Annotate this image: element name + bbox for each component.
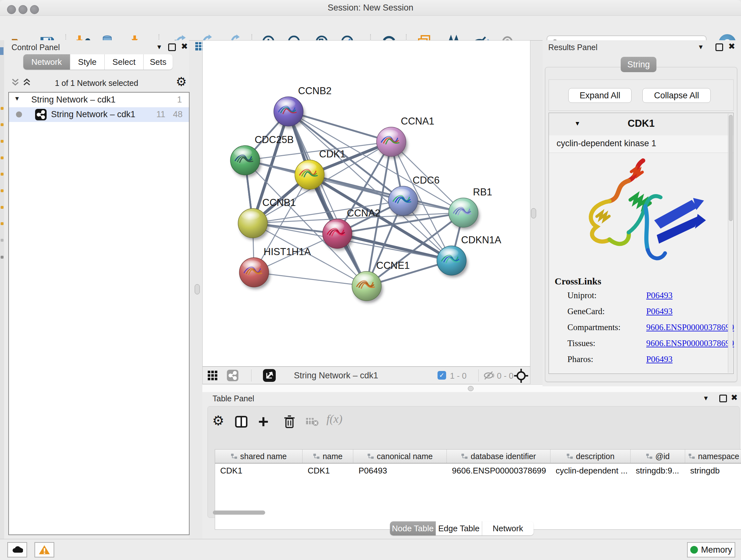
column-header-database-identifier[interactable]: database identifier: [447, 449, 550, 463]
table-cell[interactable]: CDK1: [302, 463, 353, 478]
node-label-ccnb2: CCNB2: [298, 85, 332, 97]
column-header-name[interactable]: name: [302, 449, 353, 463]
network-options-gear-icon[interactable]: ⚙: [176, 75, 187, 89]
control-panel-float-icon[interactable]: [168, 44, 176, 51]
table-cell[interactable]: P06493: [353, 463, 447, 478]
tab-sets[interactable]: Sets: [144, 54, 173, 70]
crosslink-label: Pharos:: [567, 354, 593, 364]
results-scrollbar[interactable]: [728, 114, 733, 373]
gene-header[interactable]: ▼ CDK1: [549, 113, 733, 136]
crosslink-link[interactable]: P06493: [646, 291, 673, 300]
tab-network[interactable]: Network: [23, 54, 70, 70]
tab-edge-table[interactable]: Edge Table: [435, 521, 482, 536]
results-panel-float-icon[interactable]: [716, 44, 723, 51]
tab-style[interactable]: Style: [70, 54, 105, 70]
control-panel: Control Panel ▼ ✖ Network Style Select S…: [4, 40, 189, 539]
attribute-icon: [231, 453, 238, 459]
add-column-icon[interactable]: +: [258, 411, 269, 432]
delete-column-icon[interactable]: [283, 415, 296, 430]
network-row-selected[interactable]: String Network – cdk1 11 48: [9, 107, 189, 122]
function-builder-icon[interactable]: f(x): [327, 412, 342, 426]
edge-ccna2-cdkn1a[interactable]: [337, 234, 452, 260]
table-cell[interactable]: stringdb:9...: [630, 463, 685, 478]
status-bar: Memory: [0, 539, 741, 560]
table-cell[interactable]: cyclin-dependent ...: [550, 463, 630, 478]
delete-table-icon[interactable]: [306, 417, 319, 428]
node-label-cdkn1a: CDKN1A: [461, 234, 501, 246]
memory-button[interactable]: Memory: [687, 542, 735, 557]
network-status-dot: [16, 111, 22, 118]
table-panel-menu-icon[interactable]: ▼: [703, 395, 709, 402]
tab-network-table[interactable]: Network Table: [482, 521, 534, 536]
results-panel-close-icon[interactable]: ✖: [728, 42, 735, 51]
table-cell[interactable]: CDK1: [215, 463, 302, 478]
node-cdkn1a[interactable]: CDKN1A: [437, 234, 501, 277]
column-header-namespace[interactable]: namespace: [685, 449, 741, 463]
bottom-splitter-handle[interactable]: [468, 386, 474, 391]
node-table: shared namenamecanonical namedatabase id…: [215, 449, 741, 530]
birds-eye-toggle-icon[interactable]: [263, 369, 276, 382]
tab-string[interactable]: String: [621, 57, 657, 72]
cloud-status-button[interactable]: [7, 542, 27, 557]
crosslink-link[interactable]: 9606.ENSP00000378699: [646, 338, 734, 348]
cloud-icon: [11, 546, 23, 554]
warning-status-button[interactable]: [35, 542, 54, 557]
table-cell[interactable]: stringdb: [685, 463, 741, 478]
table-gear-icon[interactable]: ⚙: [212, 413, 224, 428]
tab-node-table[interactable]: Node Table: [390, 521, 435, 536]
expand-all-button[interactable]: Expand All: [568, 88, 631, 103]
crosslink-link[interactable]: P06493: [646, 307, 673, 316]
left-splitter-handle[interactable]: [195, 284, 200, 294]
table-panel: Table Panel ▼ ✖ ⚙ + f(x) shared namename…: [202, 392, 741, 539]
edge-ccne1-hist1h1a[interactable]: [254, 272, 367, 286]
column-header--id[interactable]: @id: [630, 449, 685, 463]
edge-ccnb2-ccne1[interactable]: [288, 111, 367, 286]
grid-mode-icon[interactable]: [208, 371, 218, 382]
node-ccnb1[interactable]: CCNB1: [238, 197, 296, 240]
results-panel-menu-icon[interactable]: ▼: [697, 44, 704, 51]
column-header-shared-name[interactable]: shared name: [215, 449, 302, 463]
crosslink-link[interactable]: 9606.ENSP00000378699: [646, 322, 734, 332]
results-panel-title: Results Panel: [548, 43, 597, 52]
node-hist1h1a[interactable]: HIST1H1A: [239, 246, 311, 289]
table-cell[interactable]: 9606.ENSP00000378699: [447, 463, 550, 478]
attribute-icon: [688, 453, 695, 459]
crosslink-row: Tissues:9606.ENSP00000378699: [567, 338, 728, 354]
table-panel-title: Table Panel: [212, 394, 254, 403]
fit-selected-crosshair-icon[interactable]: [514, 368, 529, 384]
network-collection-row[interactable]: ▼ String Network – cdk1 1: [9, 92, 189, 107]
show-columns-icon[interactable]: [234, 415, 249, 429]
node-cdc6[interactable]: CDC6: [388, 175, 440, 218]
node-ccna1[interactable]: CCNA1: [377, 116, 434, 159]
selected-checkbox-icon[interactable]: ✓: [437, 371, 446, 380]
control-panel-close-icon[interactable]: ✖: [181, 42, 188, 51]
hidden-eye-icon[interactable]: [483, 371, 495, 381]
string-view-icon[interactable]: [227, 370, 239, 381]
string-results-container: Expand All Collapse All ▼ CDK1 cyclin-de…: [545, 67, 737, 382]
collapse-all-button[interactable]: Collapse All: [643, 88, 711, 103]
gene-description: cyclin-dependent kinase 1: [556, 138, 656, 148]
column-header-canonical-name[interactable]: canonical name: [353, 449, 447, 463]
attribute-icon: [566, 453, 574, 459]
crosslinks-title: CrossLinks: [549, 276, 728, 287]
table-panel-float-icon[interactable]: [719, 395, 727, 402]
network-graph[interactable]: CCNB2CCNA1CDC25BCDK1CDC6RB1CCNB1CCNA2CDK…: [203, 41, 530, 366]
right-splitter-handle[interactable]: [531, 208, 536, 219]
hidden-counts: 0 - 0: [497, 371, 514, 381]
table-row[interactable]: CDK1CDK1P064939606.ENSP00000378699cyclin…: [215, 463, 741, 478]
title-bar: Session: New Session: [0, 0, 741, 16]
collection-label: String Network – cdk1: [31, 95, 116, 105]
results-panel: Results Panel ▼ ✖ String Expand All Coll…: [542, 40, 741, 386]
attribute-icon: [646, 453, 653, 459]
collection-collapse-icon[interactable]: ▼: [14, 95, 20, 102]
selected-counts: 1 - 0: [450, 371, 467, 381]
table-horizontal-scrollbar[interactable]: [211, 510, 736, 515]
tab-select[interactable]: Select: [105, 54, 144, 70]
crosslink-link[interactable]: P06493: [646, 354, 673, 364]
memory-status-dot: [690, 546, 698, 554]
control-panel-menu-icon[interactable]: ▼: [156, 44, 162, 51]
node-rb1[interactable]: RB1: [449, 186, 492, 230]
column-header-description[interactable]: description: [550, 449, 630, 463]
table-panel-close-icon[interactable]: ✖: [731, 393, 738, 402]
network-canvas[interactable]: CCNB2CCNA1CDC25BCDK1CDC6RB1CCNB1CCNA2CDK…: [202, 40, 530, 367]
